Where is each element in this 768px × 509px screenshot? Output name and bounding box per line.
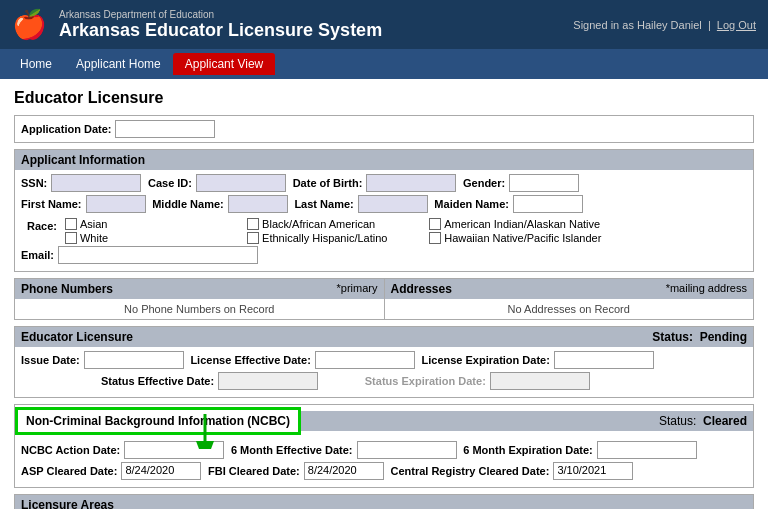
licensure-dates-row-2: Status Effective Date: Status Expiration… bbox=[21, 372, 747, 390]
race-checkbox-black[interactable] bbox=[247, 218, 259, 230]
race-label: Race: bbox=[27, 218, 57, 232]
main-content: Educator Licensure Application Date: App… bbox=[0, 79, 768, 509]
fbi-cleared-label: FBI Cleared Date: bbox=[208, 465, 300, 477]
educator-licensure-status-value: Pending bbox=[700, 330, 747, 344]
first-name-value bbox=[86, 195, 146, 213]
middle-name-value bbox=[228, 195, 288, 213]
race-checkbox-white[interactable] bbox=[65, 232, 77, 244]
central-registry-label: Central Registry Cleared Date: bbox=[390, 465, 549, 477]
ncbc-body: NCBC Action Date: 6 Month Effective Date… bbox=[15, 437, 753, 487]
phone-numbers-header: Phone Numbers *primary bbox=[15, 279, 384, 299]
race-option-american-indian: American Indian/Alaskan Native bbox=[429, 218, 601, 230]
addresses-section: Addresses *mailing address No Addresses … bbox=[385, 279, 754, 319]
race-option-hispanic: Ethnically Hispanic/Latino bbox=[247, 232, 419, 244]
licensure-areas-section: Licensure Areas Area Description GL GH S… bbox=[14, 494, 754, 509]
logout-link[interactable]: Log Out bbox=[717, 19, 756, 31]
email-row: Email: bbox=[21, 246, 747, 264]
header-left: Arkansas Department of Education Arkansa… bbox=[59, 9, 382, 41]
email-label: Email: bbox=[21, 249, 54, 261]
maiden-name-value bbox=[513, 195, 583, 213]
race-option-white: White bbox=[65, 232, 237, 244]
phone-addresses-section: Phone Numbers *primary No Phone Numbers … bbox=[14, 278, 754, 320]
case-id-value bbox=[196, 174, 286, 192]
header-logo: 🍎 Arkansas Department of Education Arkan… bbox=[12, 8, 382, 41]
educator-licensure-header: Educator Licensure Status: Pending bbox=[15, 327, 753, 347]
race-option-black: Black/African American bbox=[247, 218, 419, 230]
signed-in-text: Signed in as Hailey Daniel bbox=[573, 19, 701, 31]
status-exp-label: Status Expiration Date: bbox=[365, 375, 486, 387]
phone-numbers-label: Phone Numbers bbox=[21, 282, 113, 296]
licensure-dates-row-1: Issue Date: License Effective Date: Lice… bbox=[21, 351, 747, 369]
navigation: Home Applicant Home Applicant View bbox=[0, 49, 768, 79]
expiration-date-value bbox=[554, 351, 654, 369]
race-option-asian: Asian bbox=[65, 218, 237, 230]
fbi-cleared-value: 8/24/2020 bbox=[304, 462, 384, 480]
gender-label: Gender: bbox=[463, 177, 505, 189]
case-id-label: Case ID: bbox=[148, 177, 192, 189]
status-eff-label: Status Effective Date: bbox=[101, 375, 214, 387]
race-option-hawaiian: Hawaiian Native/Pacific Islander bbox=[429, 232, 601, 244]
header-right: Signed in as Hailey Daniel | Log Out bbox=[573, 19, 756, 31]
ncbc-action-date-label: NCBC Action Date: bbox=[21, 444, 120, 456]
dob-label: Date of Birth: bbox=[293, 177, 363, 189]
email-value bbox=[58, 246, 258, 264]
ncbc-status-value: Cleared bbox=[703, 414, 747, 428]
asp-cleared-value: 8/24/2020 bbox=[121, 462, 201, 480]
issue-date-label: Issue Date: bbox=[21, 354, 80, 366]
header-dept: Arkansas Department of Education bbox=[59, 9, 382, 20]
primary-label: *primary bbox=[337, 282, 378, 296]
dob-value bbox=[366, 174, 456, 192]
application-date-row: Application Date: bbox=[15, 116, 753, 142]
addresses-label: Addresses bbox=[391, 282, 452, 296]
first-name-label: First Name: bbox=[21, 198, 82, 210]
status-exp-value bbox=[490, 372, 590, 390]
applicant-info-header: Applicant Information bbox=[15, 150, 753, 170]
ssn-label: SSN: bbox=[21, 177, 47, 189]
ncbc-section: Non-Criminal Background Information (NCB… bbox=[14, 404, 754, 488]
effective-date-value bbox=[315, 351, 415, 369]
header: 🍎 Arkansas Department of Education Arkan… bbox=[0, 0, 768, 49]
educator-licensure-label: Educator Licensure bbox=[21, 330, 133, 344]
ssn-value bbox=[51, 174, 141, 192]
race-checkbox-hispanic[interactable] bbox=[247, 232, 259, 244]
addresses-no-record: No Addresses on Record bbox=[385, 299, 754, 319]
central-registry-value: 3/10/2021 bbox=[553, 462, 633, 480]
last-name-value bbox=[358, 195, 428, 213]
nav-applicant-home[interactable]: Applicant Home bbox=[64, 53, 173, 75]
last-name-label: Last Name: bbox=[294, 198, 353, 210]
issue-date-value bbox=[84, 351, 184, 369]
ncbc-row-1: NCBC Action Date: 6 Month Effective Date… bbox=[21, 441, 747, 459]
application-date-value bbox=[115, 120, 215, 138]
page-title: Educator Licensure bbox=[14, 89, 754, 107]
nav-home[interactable]: Home bbox=[8, 53, 64, 75]
six-month-exp-label: 6 Month Expiration Date: bbox=[463, 444, 593, 456]
race-row: Race: Asian Black/African American Am bbox=[21, 216, 747, 246]
asp-cleared-label: ASP Cleared Date: bbox=[21, 465, 117, 477]
licensure-areas-header: Licensure Areas bbox=[15, 495, 753, 509]
applicant-row-1: SSN: Case ID: Date of Birth: Gender: bbox=[21, 174, 747, 192]
ncbc-header: Non-Criminal Background Information (NCB… bbox=[15, 407, 301, 435]
maiden-name-label: Maiden Name: bbox=[434, 198, 509, 210]
nav-applicant-view[interactable]: Applicant View bbox=[173, 53, 276, 75]
educator-licensure-status: Status: Pending bbox=[652, 330, 747, 344]
effective-date-label: License Effective Date: bbox=[190, 354, 310, 366]
race-checkbox-asian[interactable] bbox=[65, 218, 77, 230]
application-date-label: Application Date: bbox=[21, 123, 111, 135]
expiration-date-label: License Expiration Date: bbox=[421, 354, 549, 366]
addresses-header: Addresses *mailing address bbox=[385, 279, 754, 299]
educator-licensure-section: Educator Licensure Status: Pending Issue… bbox=[14, 326, 754, 398]
header-title: Arkansas Educator Licensure System bbox=[59, 20, 382, 41]
status-eff-value bbox=[218, 372, 318, 390]
ncbc-row-2: ASP Cleared Date: 8/24/2020 FBI Cleared … bbox=[21, 462, 747, 480]
race-checkbox-hawaiian[interactable] bbox=[429, 232, 441, 244]
green-arrow bbox=[195, 409, 255, 452]
phone-numbers-section: Phone Numbers *primary No Phone Numbers … bbox=[15, 279, 385, 319]
mailing-label: *mailing address bbox=[666, 282, 747, 296]
phone-no-record: No Phone Numbers on Record bbox=[15, 299, 384, 319]
educator-licensure-body: Issue Date: License Effective Date: Lice… bbox=[15, 347, 753, 397]
licensure-areas-label: Licensure Areas bbox=[21, 498, 114, 509]
six-month-exp-value bbox=[597, 441, 697, 459]
ncbc-status-label: Status: bbox=[659, 414, 696, 428]
race-checkbox-american-indian[interactable] bbox=[429, 218, 441, 230]
apple-icon: 🍎 bbox=[12, 8, 47, 41]
